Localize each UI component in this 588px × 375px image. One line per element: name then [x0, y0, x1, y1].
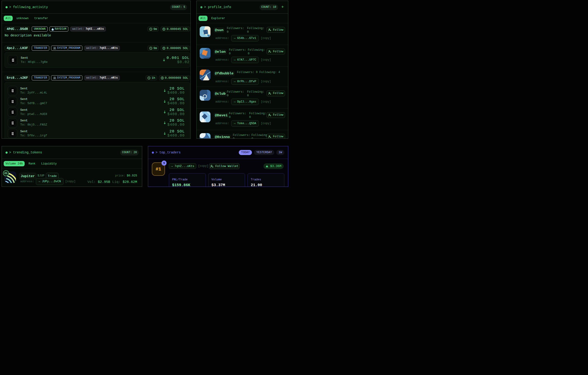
- svg-text:$: $: [163, 47, 165, 50]
- svg-text:$: $: [162, 77, 163, 79]
- svg-text:$: $: [163, 28, 165, 30]
